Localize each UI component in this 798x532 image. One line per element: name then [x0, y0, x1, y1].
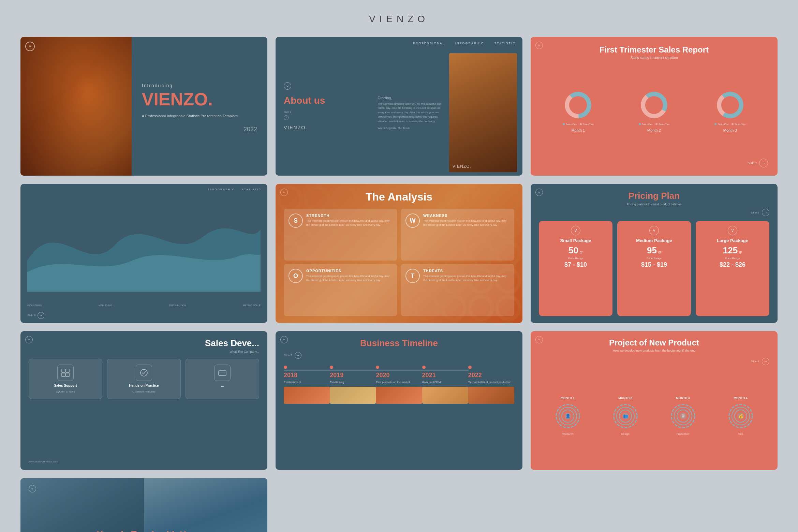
slide-1-main-title: VIENZO. [142, 90, 257, 109]
slide-7-title: Sales Deve... [29, 338, 259, 349]
sales-dev-card-1-sub: System & Tools [56, 390, 75, 393]
timeline-year-5: 2022 [468, 372, 514, 379]
svg-rect-9 [62, 369, 65, 372]
slide-4-nav-arrow[interactable]: → [38, 312, 44, 319]
medium-pkg-price: $15 - $19 [641, 261, 667, 268]
slide-3-month2-label: Month 2 [647, 128, 661, 132]
slide-2-signoff: Warm Regards, The Team [378, 127, 446, 130]
slide-2-greeting: Greeting, [378, 96, 446, 100]
slide-3-title: First Trimester Sales Report [540, 45, 768, 55]
slide-4-slide-label: Slide 8 [27, 314, 35, 317]
project-flow: MONTH 1 👤 Research MONTH 2 [539, 369, 769, 463]
pricing-medium: V Medium Package 95 gr Price Range $15 -… [617, 221, 691, 316]
medium-pkg-icon: V [649, 226, 659, 235]
slide-2-left: V About us Slide 1 → VIENZO. [276, 37, 374, 176]
swot-s-content: STRENGTH The warmest greeting upon you o… [306, 213, 393, 256]
flow-m2-top: MONTH 2 [618, 396, 632, 400]
pricing-large: V Large Package 125 gr Price Range $22 -… [696, 221, 769, 316]
slide-3-nav-btn[interactable]: Slide 2 → [748, 159, 768, 167]
timeline-dot-5 [468, 366, 472, 369]
timeline-dot-1 [284, 366, 287, 369]
slide-1-description: A Professional Infographic Statistic Pre… [142, 113, 257, 119]
slide-3-nav-arrow[interactable]: → [759, 159, 768, 167]
slide-2-nav-circle[interactable]: → [284, 115, 289, 120]
slide-pricing: V Pricing Plan Pricing plan for the next… [531, 184, 778, 323]
slide-2-content: Greeting, The warmest greeting upon you … [374, 50, 522, 176]
flow-month3: MONTH 3 🖥 Production [669, 396, 697, 435]
slide-8-nav: Slide 7 → [284, 352, 514, 359]
swot-s-icon: S [289, 213, 303, 228]
slide-8-nav-arrow[interactable]: → [295, 352, 301, 359]
timeline-dot-3 [376, 366, 379, 369]
small-pkg-unit: gr [580, 250, 583, 254]
slide-intro: V Introducing VIENZO. A Professional Inf… [20, 37, 267, 176]
slide-3-donut1 [563, 90, 593, 120]
timeline-dot-4 [422, 366, 426, 369]
timeline-event-1: Establishment [284, 380, 330, 384]
swot-s-heading: STRENGTH [306, 213, 393, 218]
swot-w-heading: WEAKNESS [423, 213, 509, 218]
slide-about: V About us Slide 1 → VIENZO. PROFESSIONA… [276, 37, 522, 176]
timeline-item-1: 2018 Establishment [284, 366, 330, 463]
slide-3-subtitle: Sales status in current situation [540, 56, 768, 60]
timeline-year-4: 2021 [422, 372, 468, 379]
slide-3-nav: Slide 2 → [540, 159, 768, 167]
slide-2-body: The warmest greeting upon you on this be… [378, 102, 446, 124]
slide-9-nav-arrow[interactable]: → [762, 358, 769, 365]
slide-10-title: Keep in Touch with Us [29, 529, 259, 532]
slide-analysis: V The Analysis S STRENGTH The warmest gr… [276, 184, 522, 323]
slide-4-label-3: METRIC SCALE [243, 304, 261, 307]
flow-month1: MONTH 1 👤 Research [554, 396, 581, 435]
swot-o-content: OPPORTUNITIES The warmest greeting upon … [306, 269, 393, 311]
slide-2-image: VIENZO. [449, 53, 517, 172]
slide-project: V Project of New Product How we develop … [531, 331, 778, 470]
slide-6-title: Pricing Plan [539, 191, 769, 201]
svg-rect-10 [66, 369, 69, 372]
slide-6-nav: Slide 5 → [539, 209, 769, 216]
slide-2-logo-text: VIENZO. [284, 125, 368, 130]
slide-6-slide-label: Slide 5 [751, 211, 759, 214]
sales-dev-cards: Sales Support System & Tools Hands on Pr… [29, 359, 259, 399]
sales-dev-card-3-title: ... [221, 384, 224, 387]
medium-pkg-unit: gr [658, 250, 661, 254]
brand-title: VIENZO [369, 14, 429, 25]
slide-8-label: Slide 7 [284, 354, 292, 357]
slide-4-nav-2: STATISTIC [241, 188, 261, 191]
slide-1-image [20, 37, 132, 176]
flow-month4: MONTH 4 💰 Sell [727, 396, 754, 435]
slide-2-title: About us [284, 95, 368, 106]
flow-circle-4: 💰 [727, 402, 754, 430]
sales-dev-card-2-sub: Objection Handling [132, 390, 156, 393]
slide-6-logo: V [535, 189, 543, 196]
slide-3-month2: Sales One Sales Two Month 2 [639, 90, 670, 132]
sales-dev-card-1-title: Sales Support [54, 384, 77, 387]
flow-month2: MONTH 2 👥 Design [612, 396, 639, 435]
slide-6-nav-arrow[interactable]: → [762, 209, 769, 216]
slide-timeline: V Business Timeline Slide 7 → 2018 Estab… [276, 331, 522, 470]
flow-m3-sub: Production [676, 432, 689, 435]
slide-2-nav-1: PROFESSIONAL [413, 42, 445, 45]
timeline-item-2: 2019 Fundraising [330, 366, 376, 463]
slide-5-swot: S STRENGTH The warmest greeting upon you… [284, 209, 514, 316]
timeline-year-2: 2019 [330, 372, 376, 379]
slide-4-nav-bottom: Slide 8 → [20, 310, 267, 323]
large-pkg-name: Large Package [717, 238, 748, 243]
swot-threats: T THREATS The warmest greeting upon you … [401, 264, 514, 316]
slide-3-logo: V [535, 42, 543, 49]
slide-4-chart [20, 195, 267, 302]
slide-1-year: 2022 [243, 126, 257, 133]
slide-9-subtitle: How we develop new products from the beg… [539, 349, 769, 352]
medium-pkg-name: Medium Package [636, 238, 672, 243]
timeline-img-5 [468, 387, 514, 404]
flow-m4-top: MONTH 4 [734, 396, 748, 400]
swot-strength: S STRENGTH The warmest greeting upon you… [284, 209, 397, 261]
small-pkg-amount: 50 [568, 245, 578, 256]
flow-m1-sub: Research [562, 432, 573, 435]
sales-dev-card-3: ... [186, 359, 259, 399]
timeline-year-1: 2018 [284, 372, 330, 379]
timeline-img-1 [284, 387, 330, 404]
swot-w-text: The warmest greeting upon you on this be… [423, 219, 509, 227]
timeline-row: 2018 Establishment 2019 Fundraising 2020… [284, 366, 514, 463]
timeline-year-3: 2020 [376, 372, 422, 379]
slide-1-content: V Introducing VIENZO. A Professional Inf… [132, 37, 267, 176]
